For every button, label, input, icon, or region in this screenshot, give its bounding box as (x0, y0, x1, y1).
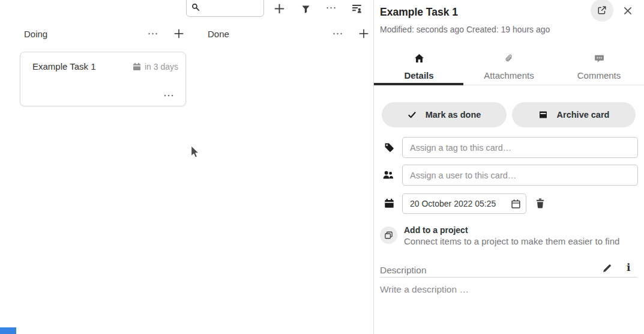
column-title-done: Done (208, 29, 229, 39)
info-icon: i (627, 263, 630, 273)
more-options-icon: ⋯ (148, 28, 159, 39)
due-date-field[interactable]: 20 October 2022 05:25 (402, 193, 526, 214)
archive-icon (538, 110, 548, 120)
external-link-icon (597, 5, 607, 15)
column-title-doing: Doing (24, 29, 47, 39)
board-menu-button[interactable]: ⋯ (324, 1, 339, 15)
edit-description-button[interactable] (602, 263, 612, 273)
archive-card-button[interactable]: Archive card (512, 102, 636, 127)
column-done-add-card-button[interactable] (357, 26, 371, 41)
mouse-cursor (190, 145, 200, 159)
column-doing-menu-button[interactable]: ⋯ (146, 26, 160, 41)
card-due-text: in 3 days (145, 62, 178, 71)
filter-funnel-icon (301, 5, 310, 14)
column-done-menu-button[interactable]: ⋯ (331, 26, 345, 41)
calendar-icon (133, 62, 141, 71)
active-tab-indicator (374, 83, 463, 85)
search-box[interactable] (186, 0, 264, 17)
desktop-accent-fragment (0, 327, 16, 334)
tab-comments[interactable]: Comments (554, 52, 644, 85)
search-icon (191, 3, 200, 11)
tab-bottom-border (463, 85, 644, 85)
delete-due-date-button[interactable] (535, 198, 546, 209)
column-doing-add-card-button[interactable] (172, 26, 186, 41)
add-to-project-button[interactable] (380, 226, 397, 244)
add-button[interactable] (272, 1, 286, 16)
panel-title: Example Task 1 (380, 6, 458, 19)
card-details-panel: Example Task 1 Modified: seconds ago Cre… (374, 0, 644, 334)
stacked-windows-icon (384, 231, 393, 240)
assignee-list-button[interactable] (350, 1, 364, 16)
kanban-card[interactable]: Example Task 1 in 3 days ⋯ (20, 52, 186, 106)
description-text-area[interactable]: Write a description … (380, 284, 469, 295)
due-date-value: 20 October 2022 05:25 (410, 199, 511, 208)
panel-modified-created: Modified: seconds ago Created: 19 hours … (380, 25, 550, 34)
assign-tag-input[interactable] (402, 137, 638, 158)
card-title: Example Task 1 (32, 61, 96, 71)
tab-attachments[interactable]: Attachments (464, 52, 554, 85)
list-user-icon (352, 3, 363, 14)
calendar-icon (384, 198, 394, 208)
plus-icon (173, 28, 184, 39)
tab-details[interactable]: Details (374, 52, 464, 85)
comment-bubble-icon (594, 53, 604, 64)
mark-as-done-button[interactable]: Mark as done (382, 102, 507, 127)
add-to-project-subtitle: Connect items to a project to make them … (404, 236, 619, 246)
tab-details-label: Details (374, 70, 464, 80)
more-options-icon: ⋯ (326, 2, 337, 13)
home-icon (414, 53, 424, 64)
open-calendar-button[interactable] (511, 199, 521, 209)
card-menu-button[interactable]: ⋯ (163, 90, 175, 101)
add-to-project-title[interactable]: Add to a project (404, 225, 468, 235)
close-icon (622, 5, 633, 16)
tag-icon (384, 142, 394, 153)
tab-comments-label: Comments (554, 70, 644, 80)
close-panel-button[interactable] (622, 5, 634, 17)
open-in-new-window-button[interactable] (591, 0, 613, 22)
tab-attachments-label: Attachments (464, 70, 554, 80)
card-due-date: in 3 days (133, 62, 178, 71)
more-options-icon: ⋯ (333, 28, 344, 39)
pencil-icon (602, 263, 612, 273)
archive-card-label: Archive card (557, 110, 610, 120)
description-info-button[interactable]: i (627, 263, 630, 273)
search-input[interactable] (203, 3, 261, 12)
assign-user-input[interactable] (402, 165, 638, 186)
plus-icon (274, 3, 285, 14)
filter-button[interactable] (298, 2, 313, 16)
plus-icon (358, 28, 369, 39)
description-label: Description (380, 265, 427, 276)
trash-icon (535, 198, 546, 209)
mark-as-done-label: Mark as done (426, 110, 481, 120)
calendar-outline-icon (511, 199, 521, 209)
users-icon (382, 170, 395, 180)
kanban-app-window: ⋯ Doing ⋯ Done ⋯ Example Task 1 (0, 0, 644, 334)
paperclip-icon (504, 53, 514, 64)
description-separator (380, 277, 637, 278)
more-options-icon: ⋯ (163, 90, 175, 102)
checkmark-icon (408, 111, 417, 120)
